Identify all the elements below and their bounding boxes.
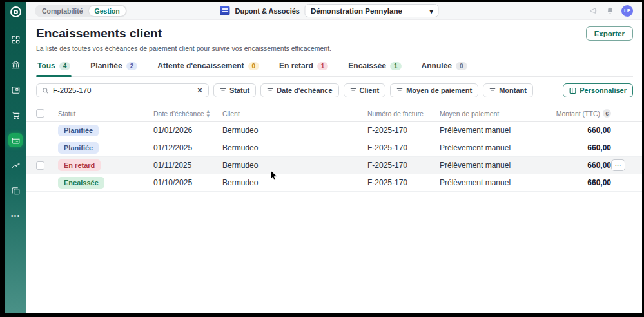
cell-invoice: F-2025-170 <box>367 178 440 187</box>
cell-amount: 660,00 <box>547 161 611 170</box>
filter-chip-montant[interactable]: Montant <box>483 83 533 97</box>
company-logo-icon <box>220 6 229 15</box>
filter-chip-label: Moyen de paiement <box>406 87 472 94</box>
analytics-chart-icon <box>11 161 21 170</box>
cell-payment: Prélèvement manuel <box>440 143 547 152</box>
cell-client: Bermudeo <box>222 178 367 187</box>
cell-due-date: 01/01/2026 <box>153 126 222 135</box>
cell-amount: 660,00 <box>547 126 611 135</box>
col-moyen-paiement[interactable]: Moyen de paiement <box>440 110 547 118</box>
currency-euro-icon: € <box>603 109 611 118</box>
filter-chip-client[interactable]: Client <box>344 83 386 97</box>
filter-icon <box>267 87 273 94</box>
tab-count-badge: 4 <box>59 62 71 70</box>
purchases-cart-icon <box>11 110 21 120</box>
clear-search-icon[interactable]: ✕ <box>197 87 203 94</box>
sidebar: ••• <box>5 2 26 313</box>
collections-wallet-icon <box>11 136 21 145</box>
tab-annulee[interactable]: Annulée 0 <box>420 61 469 76</box>
customize-columns-button[interactable]: Personnaliser <box>563 83 633 97</box>
sidebar-item-purchases[interactable] <box>8 108 23 122</box>
filter-icon <box>350 87 356 94</box>
filter-chip-date-echeance[interactable]: Date d'échéance <box>260 83 338 97</box>
notifications-bell-icon[interactable] <box>605 6 614 15</box>
page-content: Encaissements client La liste des toutes… <box>26 20 642 313</box>
col-client[interactable]: Client <box>222 110 367 118</box>
tab-label: En retard <box>279 61 313 70</box>
tab-label: Encaissée <box>348 61 386 70</box>
search-box: ✕ <box>36 83 209 97</box>
announcements-icon[interactable] <box>589 6 598 15</box>
tab-en-retard[interactable]: En retard 1 <box>278 61 329 76</box>
filter-chip-statut[interactable]: Statut <box>213 83 256 97</box>
main-panel: Comptabilité Gestion Dupont & Associés D… <box>26 2 642 313</box>
bank-icon <box>11 60 21 70</box>
filter-chip-label: Date d'échéance <box>277 87 332 94</box>
table-header-row: Statut Date d'échéance▴▾ Client Numéro d… <box>26 105 642 122</box>
search-input[interactable] <box>53 87 193 94</box>
workspace-switcher: Dupont & Associés Démonstration Pennylan… <box>220 4 438 17</box>
tab-encaissee[interactable]: Encaissée 1 <box>347 61 402 76</box>
sidebar-item-documents[interactable] <box>8 183 23 198</box>
cell-payment: Prélèvement manuel <box>440 161 547 170</box>
filter-chip-label: Montant <box>499 87 527 94</box>
sort-icon[interactable]: ▴▾ <box>206 108 210 119</box>
tab-count-badge: 2 <box>126 62 138 70</box>
row-actions-button[interactable]: … <box>611 159 625 171</box>
sidebar-item-dashboard[interactable] <box>8 32 23 46</box>
toggle-comptabilite[interactable]: Comptabilité <box>36 7 89 15</box>
tab-label: Annulée <box>422 61 452 70</box>
cell-client: Bermudeo <box>222 161 367 170</box>
collections-table: Statut Date d'échéance▴▾ Client Numéro d… <box>26 105 642 192</box>
col-label: Montant (TTC) <box>556 110 600 118</box>
user-avatar[interactable]: LP <box>621 5 633 17</box>
status-badge: Planifiée <box>58 125 99 136</box>
cell-due-date: 01/10/2025 <box>153 178 222 187</box>
sidebar-item-invoices[interactable] <box>8 83 23 97</box>
tab-count-badge: 0 <box>456 62 467 70</box>
filter-chip-moyen-paiement[interactable]: Moyen de paiement <box>390 83 478 97</box>
status-tabs: Tous 4 Planifiée 2 Attente d'encaissemen… <box>36 61 633 77</box>
col-numero-facture[interactable]: Numéro de facture <box>367 110 440 118</box>
tab-label: Attente d'encaissement <box>157 61 244 70</box>
tab-attente-encaissement[interactable]: Attente d'encaissement 0 <box>156 61 260 76</box>
table-row[interactable]: En retard 01/11/2025 Bermudeo F-2025-170… <box>26 157 642 174</box>
cell-payment: Prélèvement manuel <box>440 178 547 187</box>
status-badge: Planifiée <box>58 142 99 154</box>
table-row[interactable]: Planifiée 01/01/2026 Bermudeo F-2025-170… <box>26 122 642 139</box>
tab-label: Tous <box>37 61 55 70</box>
filter-chip-label: Client <box>360 87 380 94</box>
export-button[interactable]: Exporter <box>586 26 633 41</box>
col-date-echeance[interactable]: Date d'échéance▴▾ <box>153 108 222 119</box>
search-icon <box>42 87 49 94</box>
workspace-select[interactable]: Démonstration Pennylane ▾ <box>305 4 439 17</box>
more-ellipsis-icon: ••• <box>11 214 21 217</box>
cell-due-date: 01/12/2025 <box>153 143 222 152</box>
page-subtitle: La liste des toutes vos échéances de pai… <box>36 45 331 52</box>
sidebar-item-analytics[interactable] <box>8 158 23 172</box>
cell-due-date: 01/11/2025 <box>153 161 222 170</box>
row-checkbox[interactable] <box>36 161 44 170</box>
tab-count-badge: 1 <box>390 62 402 70</box>
dashboard-grid-icon <box>11 35 21 45</box>
filter-icon <box>396 87 403 94</box>
table-row[interactable]: Planifiée 01/12/2025 Bermudeo F-2025-170… <box>26 139 642 157</box>
tab-count-badge: 0 <box>248 62 260 70</box>
table-row[interactable]: Encaissée 01/10/2025 Bermudeo F-2025-170… <box>26 174 642 192</box>
cell-payment: Prélèvement manuel <box>440 126 547 135</box>
col-montant[interactable]: Montant (TTC)€ <box>547 109 611 118</box>
toggle-gestion[interactable]: Gestion <box>89 6 126 16</box>
columns-layout-icon <box>569 87 576 94</box>
filter-toolbar: ✕ Statut Date d'échéance Client Moyen de… <box>36 83 633 97</box>
app-window: ••• Comptabilité Gestion Dupont & Associ… <box>5 2 642 313</box>
tab-planifiee[interactable]: Planifiée 2 <box>89 61 139 76</box>
tab-tous[interactable]: Tous 4 <box>36 61 72 76</box>
select-all-checkbox[interactable] <box>36 109 44 118</box>
filter-icon <box>220 87 226 94</box>
cell-amount: 660,00 <box>547 143 611 152</box>
tab-label: Planifiée <box>90 61 122 70</box>
sidebar-item-bank[interactable] <box>8 57 23 72</box>
col-statut[interactable]: Statut <box>58 110 153 118</box>
sidebar-item-collections[interactable] <box>8 133 23 147</box>
sidebar-item-more[interactable]: ••• <box>8 209 23 223</box>
